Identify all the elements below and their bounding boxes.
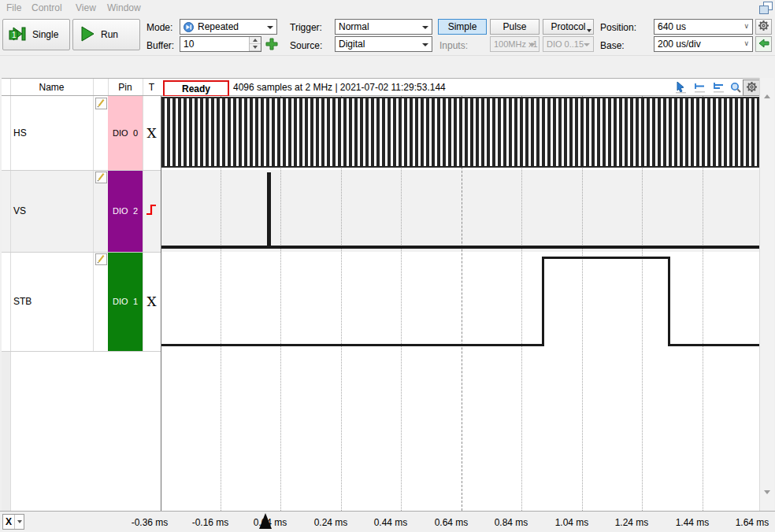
simple-label: Simple — [448, 21, 477, 32]
axis-tick-label: -0.16 ms — [192, 517, 229, 528]
spinner-buttons[interactable] — [249, 37, 261, 51]
single-button[interactable]: 1 Single — [2, 19, 70, 50]
base-back-button[interactable] — [755, 36, 772, 52]
chevron-down-icon — [422, 26, 428, 29]
measure-xy-icon[interactable] — [711, 81, 725, 94]
trigger-condition-vs[interactable] — [143, 170, 161, 252]
pin-number: 1 — [133, 297, 138, 306]
pulse-label: Pulse — [502, 21, 526, 32]
scroll-up-icon[interactable] — [764, 83, 770, 94]
pin-number: 2 — [133, 206, 138, 216]
inputs-rate-select: 100MHz x1 — [490, 36, 540, 52]
zoom-fit-icon[interactable] — [729, 81, 743, 94]
edit-pencil-icon[interactable] — [95, 172, 108, 184]
base-combo[interactable]: 200 us/div ∨ — [654, 36, 753, 52]
buffer-label: Buffer: — [146, 40, 174, 51]
row-gutter — [2, 352, 10, 511]
channel-pin-vs[interactable]: DIO2 — [108, 170, 143, 252]
name-column-header: Name — [10, 79, 93, 95]
chevron-down-icon — [584, 43, 590, 46]
edit-pencil-icon[interactable] — [95, 98, 108, 110]
window-front — [759, 6, 769, 14]
menu-window[interactable]: Window — [107, 2, 141, 13]
trigger-condition-hs[interactable]: X — [143, 96, 161, 170]
pin-label: DIO — [113, 128, 128, 138]
svg-text:1: 1 — [12, 31, 17, 39]
mode-value: Repeated — [198, 21, 239, 32]
trigger-condition-stb[interactable]: X — [143, 252, 161, 351]
position-label: Position: — [600, 22, 636, 33]
stb-low-right — [668, 344, 759, 346]
menu-file[interactable]: File — [6, 2, 21, 13]
status-badge: Ready — [163, 80, 229, 97]
vs-baseline — [161, 246, 759, 249]
axis-tick-label: -0.36 ms — [132, 517, 169, 528]
axis-tick-label: 0.84 ms — [495, 517, 528, 528]
axis-tick-label: 1.04 ms — [555, 517, 589, 528]
menu-bar: File Control View Window — [0, 0, 775, 16]
pin-label: DIO — [113, 297, 128, 306]
menu-view[interactable]: View — [76, 2, 96, 13]
channel-name-hs[interactable]: HS — [10, 96, 93, 170]
buffer-stepper[interactable]: 10 — [180, 36, 261, 52]
axis-tick-label: 1.64 ms — [736, 517, 769, 528]
restore-windows-icon[interactable] — [759, 2, 773, 14]
protocol-trigger-button[interactable]: Protocol — [543, 19, 594, 35]
chevron-down-icon — [267, 26, 273, 29]
x-axis-button[interactable]: X — [2, 514, 24, 530]
channel-toolbar: T < > — [0, 55, 775, 76]
channel-name-vs[interactable]: VS — [10, 170, 93, 252]
run-button[interactable]: Run — [72, 19, 140, 50]
pulse-trigger-button[interactable]: Pulse — [490, 19, 540, 35]
single-label: Single — [32, 29, 58, 40]
trigger-value: Normal — [339, 21, 369, 32]
chevron-down-icon[interactable] — [14, 515, 24, 529]
pin-label: DIO — [113, 206, 128, 216]
dont-care-symbol: X — [146, 125, 156, 141]
channel-pin-stb[interactable]: DIO1 — [108, 252, 143, 351]
trigger-column-header: T — [143, 79, 161, 95]
run-label: Run — [101, 29, 118, 40]
mode-label: Mode: — [146, 22, 172, 33]
channel-pin-hs[interactable]: DIO0 — [108, 96, 143, 170]
spin-down-icon[interactable] — [250, 44, 261, 51]
trigger-select[interactable]: Normal — [335, 19, 432, 35]
trigger-position-marker[interactable] — [259, 513, 272, 529]
cursor-tool-icon[interactable] — [673, 81, 688, 94]
vertical-scrollbar[interactable] — [759, 78, 774, 511]
menu-control[interactable]: Control — [32, 2, 62, 13]
plot-options-gear-button[interactable] — [743, 79, 761, 96]
chevron-down-icon — [422, 43, 428, 46]
logic-analyzer-window: File Control View Window 1 Single Run Mo… — [0, 0, 775, 532]
pin-column-header: Pin — [108, 79, 143, 95]
rising-edge-icon — [146, 203, 158, 219]
spin-up-icon[interactable] — [250, 37, 261, 44]
stb-falling-edge — [668, 257, 670, 346]
stb-low-left — [161, 344, 544, 346]
scroll-down-icon[interactable] — [764, 494, 770, 505]
edit-pencil-icon[interactable] — [95, 253, 108, 266]
mode-repeated-icon — [184, 22, 194, 32]
trigger-label: Trigger: — [290, 22, 322, 33]
position-gear-button[interactable] — [755, 19, 772, 35]
chevron-down-icon — [529, 43, 536, 46]
x-axis-label: X — [3, 516, 14, 527]
mode-select[interactable]: Repeated — [180, 19, 277, 35]
axis-tick-label: 0.24 ms — [314, 517, 348, 528]
add-buffer-icon[interactable] — [265, 38, 278, 53]
stb-high — [542, 257, 670, 259]
channel-name-stb[interactable]: STB — [10, 252, 93, 351]
axis-tick-label: 0.44 ms — [374, 517, 408, 528]
vs-trigger-pulse — [267, 172, 271, 249]
acquisition-toolbar: 1 Single Run Mode: Repeated Buffer: 10 T… — [0, 16, 775, 56]
position-combo[interactable]: 640 us ∨ — [654, 19, 753, 35]
simple-trigger-button[interactable]: Simple — [438, 19, 487, 35]
stb-rising-edge — [542, 257, 544, 346]
base-label: Base: — [600, 40, 625, 51]
time-axis-bar: X -0.36 ms-0.16 ms0.04 ms0.24 ms0.44 ms0… — [0, 511, 775, 532]
axis-tick-label: 1.44 ms — [676, 517, 710, 528]
source-value: Digital — [339, 39, 365, 50]
waveform-plot[interactable] — [161, 96, 759, 511]
measure-x-icon[interactable] — [692, 81, 706, 94]
source-select[interactable]: Digital — [335, 36, 432, 52]
